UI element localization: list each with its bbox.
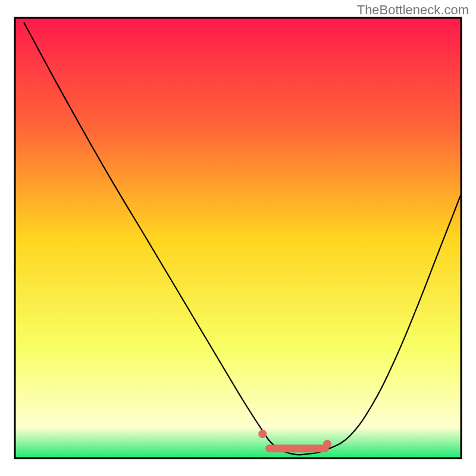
marker-point (258, 430, 267, 438)
watermark-text: TheBottleneck.com (357, 2, 469, 18)
chart-container: TheBottleneck.com (0, 0, 476, 476)
bottleneck-chart (0, 0, 476, 476)
marker-point (323, 440, 331, 448)
